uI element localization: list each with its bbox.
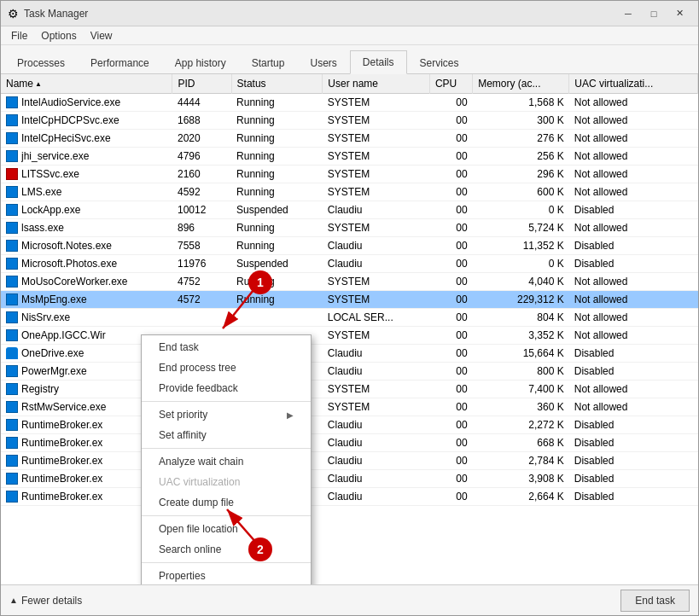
table-row[interactable]: LITSSvc.exe 2160 Running SYSTEM 00 296 K… (1, 166, 698, 183)
table-row[interactable]: RuntimeBroker.ex Claudiu 00 2,272 K Disa… (1, 416, 698, 434)
cell-cpu: 00 (429, 434, 472, 452)
table-container: Name ▲ PID Status User name CPU Memory (… (1, 74, 698, 584)
process-name: RuntimeBroker.ex (21, 473, 102, 485)
ctx-uac-virtualization: UAC virtualization (142, 472, 311, 492)
table-row[interactable]: Microsoft.Notes.exe 7558 Running Claudiu… (1, 237, 698, 255)
cell-cpu: 00 (429, 470, 472, 488)
cell-user: SYSTEM (323, 130, 430, 148)
ctx-open-file-location[interactable]: Open file location (142, 519, 311, 539)
end-task-button[interactable]: End task (620, 590, 690, 612)
table-row[interactable]: NisSrv.exe LOCAL SER... 00 804 K Not all… (1, 309, 698, 327)
cell-name: IntelCpHeciSvc.exe (1, 130, 172, 148)
table-row[interactable]: PowerMgr.exe Claudiu 00 800 K Disabled (1, 363, 698, 381)
table-row[interactable]: RuntimeBroker.ex Claudiu 00 3,908 K Disa… (1, 470, 698, 488)
cell-user: Claudiu (323, 345, 430, 363)
process-name: Microsoft.Photos.exe (21, 258, 117, 270)
context-menu: End task End process tree Provide feedba… (141, 334, 312, 584)
cell-pid: 4572 (172, 291, 231, 309)
table-row[interactable]: jhi_service.exe 4796 Running SYSTEM 00 2… (1, 148, 698, 166)
cell-pid: 4796 (172, 148, 231, 166)
table-row[interactable]: Registry SYSTEM 00 7,400 K Not allowed (1, 381, 698, 398)
table-scroll[interactable]: Name ▲ PID Status User name CPU Memory (… (1, 74, 698, 584)
table-row[interactable]: IntelCpHeciSvc.exe 2020 Running SYSTEM 0… (1, 130, 698, 148)
table-row[interactable]: RuntimeBroker.ex Claudiu 00 2,784 K Disa… (1, 452, 698, 470)
process-icon (6, 204, 18, 216)
col-status[interactable]: Status (231, 74, 323, 94)
table-row[interactable]: lsass.exe 896 Running SYSTEM 00 5,724 K … (1, 219, 698, 237)
maximize-button[interactable]: □ (642, 5, 666, 22)
process-icon (6, 347, 18, 359)
cell-cpu: 00 (429, 416, 472, 434)
tab-performance[interactable]: Performance (78, 51, 162, 74)
process-name: lsass.exe (21, 222, 64, 234)
tab-processes[interactable]: Processes (4, 51, 78, 74)
cell-cpu: 00 (429, 452, 472, 470)
table-row[interactable]: RstMwService.exe SYSTEM 00 360 K Not all… (1, 398, 698, 416)
tab-details[interactable]: Details (350, 50, 407, 74)
ctx-search-online[interactable]: Search online (142, 539, 311, 560)
table-row[interactable]: IntelCpHDCPSvc.exe 1688 Running SYSTEM 0… (1, 112, 698, 130)
cell-user: SYSTEM (323, 148, 430, 166)
cell-status: Running (231, 130, 323, 148)
cell-user: SYSTEM (323, 219, 430, 237)
table-row[interactable]: MsMpEng.exe 4572 Running SYSTEM 00 229,3… (1, 291, 698, 309)
table-row[interactable]: OneApp.IGCC.Wir SYSTEM 00 3,352 K Not al… (1, 327, 698, 345)
close-button[interactable]: ✕ (667, 5, 691, 22)
menu-view[interactable]: View (84, 28, 119, 44)
tab-services[interactable]: Services (407, 51, 472, 74)
footer: ▲ Fewer details End task (1, 584, 698, 615)
col-memory[interactable]: Memory (ac... (473, 74, 569, 94)
col-cpu[interactable]: CPU (429, 74, 472, 94)
menu-options[interactable]: Options (34, 28, 83, 44)
cell-status: Running (231, 273, 323, 291)
table-row[interactable]: LockApp.exe 10012 Suspended Claudiu 00 0… (1, 201, 698, 219)
tab-users[interactable]: Users (297, 51, 349, 74)
table-row[interactable]: LMS.exe 4592 Running SYSTEM 00 600 K Not… (1, 183, 698, 201)
cell-user: Claudiu (323, 470, 430, 488)
ctx-set-priority[interactable]: Set priority ▶ (142, 404, 311, 425)
cell-user: SYSTEM (323, 112, 430, 130)
cell-memory: 668 K (473, 434, 569, 452)
ctx-end-task[interactable]: End task (142, 337, 311, 357)
col-uac[interactable]: UAC virtualizati... (569, 74, 698, 94)
table-row[interactable]: RuntimeBroker.ex Claudiu 00 668 K Disabl… (1, 434, 698, 452)
ctx-create-dump-file[interactable]: Create dump file (142, 492, 311, 513)
ctx-end-process-tree[interactable]: End process tree (142, 357, 311, 378)
process-icon (6, 240, 18, 252)
table-row[interactable]: OneDrive.exe Claudiu 00 15,664 K Disable… (1, 345, 698, 363)
cell-cpu: 00 (429, 255, 472, 273)
fewer-details-button[interactable]: ▲ Fewer details (9, 595, 82, 607)
ctx-provide-feedback[interactable]: Provide feedback (142, 378, 311, 398)
table-row[interactable]: IntelAudioService.exe 4444 Running SYSTE… (1, 94, 698, 112)
process-name: LockApp.exe (21, 204, 80, 216)
cell-memory: 15,664 K (473, 345, 569, 363)
minimize-button[interactable]: ─ (616, 5, 640, 22)
table-row[interactable]: MoUsoCoreWorker.exe 4752 Running SYSTEM … (1, 273, 698, 291)
cell-user: Claudiu (323, 255, 430, 273)
cell-memory: 1,568 K (473, 94, 569, 112)
process-name: PowerMgr.exe (21, 365, 87, 377)
col-pid[interactable]: PID (172, 74, 231, 94)
ctx-set-affinity[interactable]: Set affinity (142, 425, 311, 445)
menu-file[interactable]: File (4, 28, 34, 44)
tab-startup[interactable]: Startup (239, 51, 298, 74)
table-row[interactable]: RuntimeBroker.ex Claudiu 00 2,664 K Disa… (1, 488, 698, 506)
col-username[interactable]: User name (323, 74, 430, 94)
cell-uac: Not allowed (569, 112, 698, 130)
process-name: MsMpEng.exe (21, 293, 87, 305)
tabs-bar: Processes Performance App history Startu… (1, 45, 698, 74)
col-name[interactable]: Name ▲ (1, 74, 172, 94)
process-name: Microsoft.Notes.exe (21, 240, 112, 252)
cell-cpu: 00 (429, 219, 472, 237)
cell-cpu: 00 (429, 381, 472, 398)
table-row[interactable]: Microsoft.Photos.exe 11976 Suspended Cla… (1, 255, 698, 273)
ctx-properties[interactable]: Properties (142, 566, 311, 584)
cell-uac: Not allowed (569, 166, 698, 183)
cell-memory: 300 K (473, 112, 569, 130)
submenu-arrow: ▶ (287, 410, 294, 420)
tab-app-history[interactable]: App history (162, 51, 239, 74)
cell-uac: Disabled (569, 201, 698, 219)
ctx-analyze-wait-chain[interactable]: Analyze wait chain (142, 451, 311, 472)
cell-pid: 1688 (172, 112, 231, 130)
cell-uac: Disabled (569, 237, 698, 255)
